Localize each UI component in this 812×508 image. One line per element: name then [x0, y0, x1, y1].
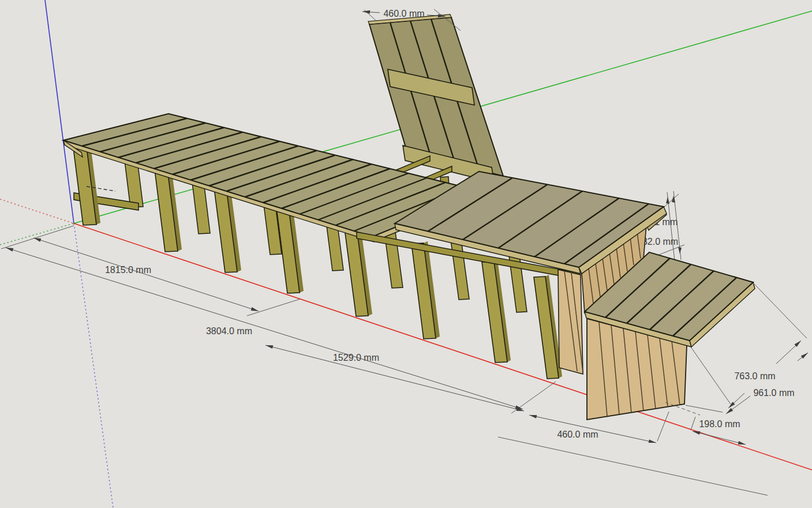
dim-text-top460: 460.0 mm — [383, 9, 424, 18]
backrest-panel — [368, 14, 503, 182]
blue-axis-line — [45, 0, 74, 223]
extension-line — [498, 437, 768, 495]
red-axis-line — [74, 223, 812, 470]
extension-line — [686, 405, 723, 412]
dim-763: 763.0 mm — [728, 341, 801, 408]
sketchup-3d-viewport[interactable]: 35.1 mm 632.0 mm — [0, 0, 812, 508]
dim-text-1815: 1815.0 mm — [105, 265, 151, 275]
extension-line — [754, 284, 807, 338]
extension-line — [691, 347, 731, 404]
extension-line — [1, 226, 74, 249]
arrowhead — [678, 247, 682, 254]
dim-text-1529: 1529.0 mm — [333, 353, 379, 363]
extension-line — [663, 194, 679, 208]
extension-line — [691, 417, 695, 430]
extension-line — [657, 412, 669, 441]
dim-text-bottom460: 460.0 mm — [557, 429, 598, 439]
dim-text-763: 763.0 mm — [734, 371, 775, 381]
dim-text-961: 961.0 mm — [753, 388, 794, 398]
red-axis-dotted — [0, 199, 74, 223]
dim-1529: 1529.0 mm — [265, 345, 524, 411]
model-canvas[interactable]: 35.1 mm 632.0 mm — [0, 0, 812, 508]
extension-line — [247, 299, 300, 316]
dim-text-3804: 3804.0 mm — [206, 326, 252, 336]
dim-text-198: 198.0 mm — [699, 419, 740, 429]
dim-198: 198.0 mm — [693, 419, 746, 444]
arrowhead — [672, 196, 675, 203]
dim-961: 961.0 mm — [726, 353, 808, 414]
dim-3804: 3804.0 mm — [6, 248, 523, 409]
arrowhead — [666, 197, 669, 204]
green-axis-dotted — [0, 223, 74, 245]
